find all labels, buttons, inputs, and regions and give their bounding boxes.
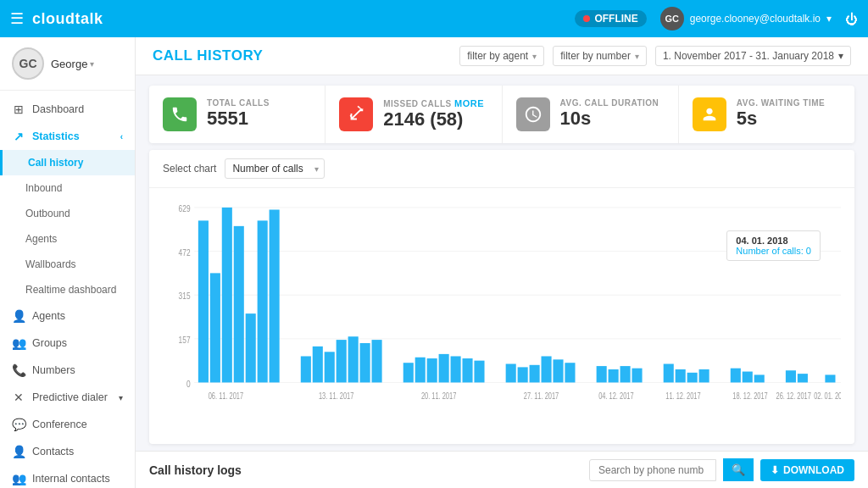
svg-rect-29 <box>462 358 472 382</box>
chart-type-select[interactable]: Number of calls Call duration Waiting ti… <box>225 158 325 179</box>
sidebar-item-label: Outbound <box>25 208 70 219</box>
svg-rect-46 <box>743 372 753 383</box>
svg-rect-38 <box>609 369 619 382</box>
svg-rect-39 <box>620 366 631 382</box>
sidebar-item-dashboard[interactable]: ⊞ Dashboard <box>0 96 135 123</box>
sidebar-item-realtime[interactable]: Realtime dashboard <box>0 277 135 302</box>
sidebar-item-contacts[interactable]: 👤 Contacts <box>0 438 135 465</box>
svg-text:02. 01. 2018: 02. 01. 2018 <box>814 391 841 401</box>
power-icon[interactable]: ⏻ <box>845 12 858 26</box>
sidebar-item-agents-sub[interactable]: Agents <box>0 226 135 252</box>
stats-icon: ↗ <box>12 130 25 143</box>
topbar-right: OFFLINE GC george.clooney@cloudtalk.io ▾… <box>575 7 858 30</box>
bottom-bar: Call history logs 🔍 ⬇ DOWNLOAD <box>136 451 868 488</box>
chevron-down-icon: ▾ <box>532 52 537 61</box>
sidebar-item-label: Groups <box>32 337 67 349</box>
tooltip-date: 04. 01. 2018 <box>736 236 811 246</box>
sidebar-item-conference[interactable]: 💬 Conference <box>0 411 135 438</box>
svg-text:315: 315 <box>179 291 191 302</box>
profile-name: George ▾ <box>51 58 94 70</box>
download-button[interactable]: ⬇ DOWNLOAD <box>760 459 854 481</box>
svg-rect-45 <box>731 369 741 383</box>
person-icon: 👤 <box>12 309 25 323</box>
chevron-left-icon: ‹ <box>120 132 123 141</box>
svg-rect-32 <box>518 367 528 382</box>
filter-number-select[interactable]: filter by number ▾ <box>553 46 647 66</box>
stat-value: 5551 <box>207 108 270 130</box>
sidebar-item-groups[interactable]: 👥 Groups <box>0 330 135 357</box>
sidebar-item-internal-contacts[interactable]: 👥 Internal contacts <box>0 465 135 488</box>
stats-row: TOTAL CALLS 5551 MISSED CALLS MORE 2146 … <box>149 86 854 143</box>
svg-rect-27 <box>439 354 449 383</box>
svg-rect-14 <box>246 313 256 382</box>
svg-rect-50 <box>825 374 835 382</box>
stat-missed-calls: MISSED CALLS MORE 2146 (58) <box>326 86 502 143</box>
stat-label: AVG. CALL DURATION <box>560 98 659 108</box>
sidebar-item-inbound[interactable]: Inbound <box>0 175 135 201</box>
sidebar-item-label: Internal contacts <box>32 473 110 485</box>
sidebar-item-statistics[interactable]: ↗ Statistics ‹ <box>0 123 135 150</box>
svg-rect-43 <box>687 373 698 383</box>
status-dot <box>583 15 590 22</box>
svg-rect-16 <box>270 209 280 382</box>
svg-rect-10 <box>198 220 209 382</box>
chart-type-select-wrap: Number of calls Call duration Waiting ti… <box>225 158 325 179</box>
filter-agent-select[interactable]: filter by agent ▾ <box>459 46 544 66</box>
search-button[interactable]: 🔍 <box>723 458 754 481</box>
search-input[interactable] <box>589 459 716 481</box>
date-range-label: 1. November 2017 - 31. January 2018 <box>663 50 834 62</box>
page-title: CALL HISTORY <box>153 47 263 64</box>
svg-rect-20 <box>337 340 347 382</box>
user-menu[interactable]: GC george.clooney@cloudtalk.io ▾ <box>660 7 832 30</box>
svg-rect-42 <box>676 369 686 382</box>
sidebar-item-predictive[interactable]: ✕ Predictive dialer ▾ <box>0 384 135 411</box>
stat-info: MISSED CALLS MORE 2146 (58) <box>383 98 484 130</box>
svg-rect-26 <box>427 358 437 382</box>
stat-total-calls: TOTAL CALLS 5551 <box>149 86 326 143</box>
date-range-picker[interactable]: 1. November 2017 - 31. January 2018 ▾ <box>655 46 851 66</box>
svg-text:20. 11. 2017: 20. 11. 2017 <box>421 391 456 401</box>
filter-number-label: filter by number <box>560 50 631 62</box>
layout: GC George ▾ ⊞ Dashboard ↗ Statistics ‹ C… <box>0 37 868 488</box>
chart-tooltip: 04. 01. 2018 Number of calls: 0 <box>726 230 821 261</box>
chevron-down-icon: ▾ <box>90 59 94 69</box>
bottom-controls: 🔍 ⬇ DOWNLOAD <box>589 458 854 481</box>
svg-rect-48 <box>786 370 796 382</box>
contacts-icon: 👤 <box>12 445 25 458</box>
svg-rect-33 <box>530 365 540 383</box>
download-label: DOWNLOAD <box>783 464 844 476</box>
sidebar-item-label: Predictive dialer <box>32 391 108 403</box>
svg-rect-49 <box>798 374 808 382</box>
svg-rect-41 <box>664 364 674 383</box>
more-link[interactable]: MORE <box>454 98 484 108</box>
sidebar-item-label: Conference <box>32 419 87 430</box>
sidebar-item-label: Wallboards <box>25 258 76 270</box>
sidebar-item-call-history[interactable]: Call history <box>0 150 135 175</box>
stat-value: 2146 (58) <box>383 108 484 130</box>
sidebar-item-agents[interactable]: 👤 Agents <box>0 302 135 330</box>
svg-rect-37 <box>597 366 607 382</box>
stat-label: AVG. WAITING TIME <box>737 98 825 108</box>
sidebar-item-wallboards[interactable]: Wallboards <box>0 252 135 277</box>
stat-info: TOTAL CALLS 5551 <box>207 98 270 130</box>
chart-toolbar: Select chart Number of calls Call durati… <box>149 150 854 188</box>
svg-text:0: 0 <box>186 378 191 389</box>
app-logo: cloudtalk <box>32 10 103 28</box>
svg-rect-18 <box>313 347 323 383</box>
dialer-icon: ✕ <box>12 391 25 404</box>
chevron-down-icon: ▾ <box>826 13 832 25</box>
download-icon: ⬇ <box>771 464 779 476</box>
chart-select-label: Select chart <box>163 163 216 175</box>
hamburger-icon[interactable]: ☰ <box>10 9 24 28</box>
sidebar-item-outbound[interactable]: Outbound <box>0 201 135 226</box>
sidebar-item-label: Call history <box>28 157 83 169</box>
sidebar-item-label: Statistics <box>32 130 80 142</box>
sidebar-item-label: Agents <box>32 310 65 322</box>
svg-rect-23 <box>372 340 382 382</box>
sidebar-profile[interactable]: GC George ▾ <box>0 37 135 91</box>
grid-icon: ⊞ <box>12 103 25 116</box>
svg-text:472: 472 <box>179 247 191 258</box>
sidebar-item-numbers[interactable]: 📞 Numbers <box>0 357 135 384</box>
stat-avg-waiting: AVG. WAITING TIME 5s <box>679 86 854 143</box>
avatar: GC <box>12 47 44 80</box>
